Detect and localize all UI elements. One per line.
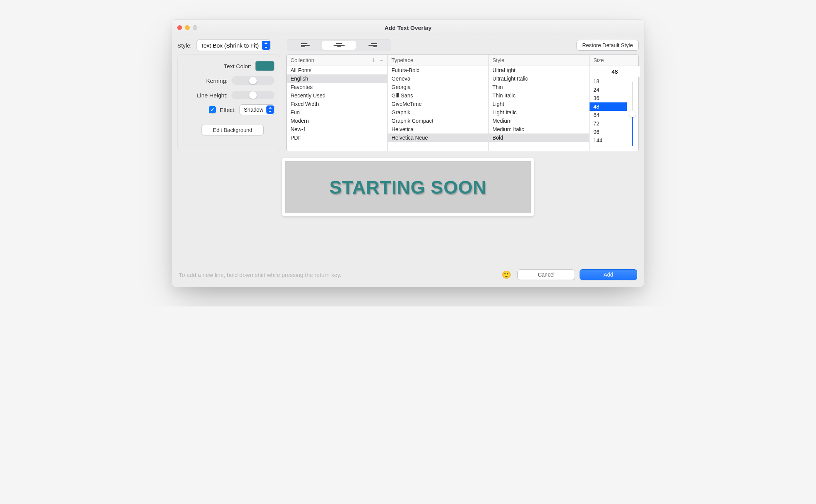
list-item[interactable]: Graphik <box>388 108 488 117</box>
text-color-swatch[interactable] <box>255 61 274 71</box>
effect-dropdown[interactable]: Shadow <box>240 104 274 115</box>
style-label: Style: <box>177 42 192 49</box>
add-collection-button[interactable]: + <box>372 57 376 64</box>
typeface-header: Typeface <box>391 57 413 63</box>
minimize-icon[interactable] <box>185 25 190 30</box>
edit-background-button[interactable]: Edit Background <box>202 125 264 135</box>
font-picker: Collection + − All FontsEnglishFavorites… <box>286 54 639 151</box>
restore-default-style-button[interactable]: Restore Default Style <box>576 40 639 51</box>
close-icon[interactable] <box>177 25 182 30</box>
align-right-icon <box>368 43 377 47</box>
list-item[interactable]: 72 <box>590 119 627 128</box>
list-item[interactable]: PDF <box>287 133 387 142</box>
list-item[interactable]: Helvetica <box>388 125 488 133</box>
list-item[interactable]: 18 <box>590 77 627 86</box>
list-item[interactable]: Thin <box>489 83 589 91</box>
emoji-picker-button[interactable]: 🙂 <box>502 271 511 278</box>
size-header: Size <box>593 57 604 63</box>
kerning-slider[interactable] <box>231 76 274 85</box>
traffic-lights <box>177 25 197 30</box>
footer: To add a new line, hold down shift while… <box>172 219 644 287</box>
hint-text: To add a new line, hold down shift while… <box>179 272 341 278</box>
list-item[interactable]: 64 <box>590 111 627 119</box>
list-item[interactable]: Fun <box>287 108 387 117</box>
list-item[interactable]: 36 <box>590 94 627 102</box>
style-dropdown[interactable]: Text Box (Shrink to Fit) <box>197 40 271 51</box>
align-left-icon <box>301 43 310 47</box>
list-item[interactable]: Recently Used <box>287 91 387 100</box>
text-color-label: Text Color: <box>224 63 251 69</box>
list-item[interactable]: All Fonts <box>287 66 387 74</box>
style-header: Style <box>492 57 504 63</box>
list-item[interactable]: Gill Sans <box>388 91 488 100</box>
list-item[interactable]: Modern <box>287 117 387 125</box>
list-item[interactable]: 24 <box>590 86 627 94</box>
list-item[interactable]: Helvetica Neue <box>388 133 488 142</box>
window-title: Add Text Overlay <box>385 25 431 31</box>
style-list[interactable]: UltraLightUltraLight ItalicThinThin Ital… <box>489 66 589 151</box>
list-item[interactable]: 48 <box>590 102 627 111</box>
chevron-up-down-icon <box>262 41 270 50</box>
list-item[interactable]: Light <box>489 100 589 108</box>
size-input[interactable] <box>590 66 640 77</box>
size-list[interactable]: 18243648647296144 <box>590 77 627 151</box>
dialog-window: Add Text Overlay Style: Text Box (Shrink… <box>172 19 644 287</box>
list-item[interactable]: GiveMeTime <box>388 100 488 108</box>
line-height-label: Line Height: <box>197 92 228 99</box>
zoom-icon <box>193 25 197 30</box>
remove-collection-button[interactable]: − <box>379 57 383 64</box>
titlebar: Add Text Overlay <box>172 20 644 36</box>
preview-area: STARTING SOON <box>172 151 644 219</box>
list-item[interactable]: Light Italic <box>489 108 589 117</box>
collection-header: Collection <box>291 57 314 63</box>
list-item[interactable]: Bold <box>489 133 589 142</box>
size-slider[interactable] <box>627 77 638 151</box>
align-center-icon <box>334 43 345 47</box>
list-item[interactable]: New-1 <box>287 125 387 133</box>
align-right-button[interactable] <box>356 41 390 50</box>
list-item[interactable]: English <box>287 74 387 83</box>
list-item[interactable]: Medium Italic <box>489 125 589 133</box>
list-item[interactable]: UltraLight Italic <box>489 74 589 83</box>
list-item[interactable]: 144 <box>590 136 627 145</box>
list-item[interactable]: Favorites <box>287 83 387 91</box>
collection-list[interactable]: All FontsEnglishFavoritesRecently UsedFi… <box>287 66 387 151</box>
align-center-button[interactable] <box>322 41 356 50</box>
list-item[interactable]: Graphik Compact <box>388 117 488 125</box>
text-properties-panel: Text Color: Kerning: Line Height: Effect… <box>177 54 280 151</box>
list-item[interactable]: Medium <box>489 117 589 125</box>
effect-checkbox[interactable] <box>209 106 216 113</box>
list-item[interactable]: Geneva <box>388 74 488 83</box>
toolbar: Style: Text Box (Shrink to Fit) Restore … <box>172 36 644 54</box>
line-height-slider[interactable] <box>231 91 274 99</box>
effect-label: Effect: <box>220 107 236 113</box>
chevron-up-down-icon <box>266 105 274 114</box>
list-item[interactable]: Futura-Bold <box>388 66 488 74</box>
list-item[interactable]: 96 <box>590 128 627 136</box>
typeface-list[interactable]: Futura-BoldGenevaGeorgiaGill SansGiveMeT… <box>388 66 488 151</box>
effect-dropdown-value: Shadow <box>244 107 263 113</box>
kerning-label: Kerning: <box>206 77 228 84</box>
preview-text[interactable]: STARTING SOON <box>329 177 486 198</box>
list-item[interactable]: Thin Italic <box>489 91 589 100</box>
list-item[interactable]: UltraLight <box>489 66 589 74</box>
list-item[interactable]: Fixed Width <box>287 100 387 108</box>
list-item[interactable]: Georgia <box>388 83 488 91</box>
style-dropdown-value: Text Box (Shrink to Fit) <box>201 42 259 49</box>
add-button[interactable]: Add <box>580 269 637 280</box>
align-left-button[interactable] <box>288 41 322 50</box>
alignment-segmented-control <box>287 39 391 51</box>
cancel-button[interactable]: Cancel <box>517 269 575 280</box>
